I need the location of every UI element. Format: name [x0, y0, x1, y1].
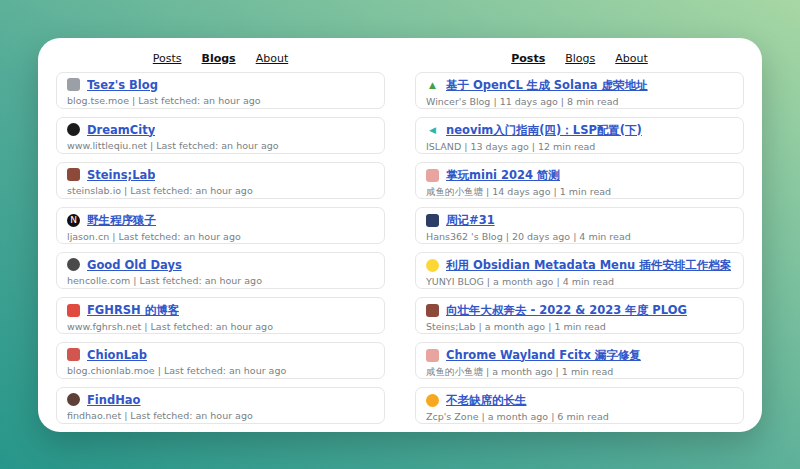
blog-card: FindHao findhao.net | Last fetched: an h…	[56, 387, 385, 424]
post-link[interactable]: Chrome Wayland Fcitx 漏字修复	[446, 348, 641, 363]
laptop-favicon-icon	[426, 214, 439, 227]
nav-about-link[interactable]: About	[256, 52, 289, 65]
triangle-favicon-icon: ▲	[426, 79, 439, 92]
post-link[interactable]: 掌玩mini 2024 简测	[446, 168, 560, 183]
blog-card: ChionLab blog.chionlab.moe | Last fetche…	[56, 342, 385, 379]
blog-card: Steins;Lab steinslab.io | Last fetched: …	[56, 162, 385, 199]
nav-posts-link[interactable]: Posts	[511, 52, 545, 65]
avatar-favicon-icon	[67, 348, 80, 361]
blog-meta: www.fghrsh.net | Last fetched: an hour a…	[67, 321, 374, 332]
main-card: Posts Blogs About Tsez's Blog blog.tse.m…	[38, 38, 762, 432]
blog-link[interactable]: Good Old Days	[87, 258, 182, 272]
post-card: ▲ 基于 OpenCL 生成 Solana 虚荣地址 Wincer's Blog…	[415, 72, 744, 109]
blog-card: FGHRSH 的博客 www.fghrsh.net | Last fetched…	[56, 297, 385, 334]
post-link[interactable]: 周记#31	[446, 213, 495, 228]
post-meta: 咸鱼的小鱼塘 | a month ago | 1 min read	[426, 366, 733, 379]
orange-ball-favicon-icon	[426, 394, 439, 407]
photo-favicon-icon	[426, 349, 439, 362]
post-card: ◀ neovim入门指南(四)：LSP配置(下) ISLAND | 13 day…	[415, 117, 744, 154]
post-meta: Hans362 's Blog | 20 days ago | 4 min re…	[426, 231, 733, 242]
site-favicon-icon	[67, 123, 80, 136]
post-card: Chrome Wayland Fcitx 漏字修复 咸鱼的小鱼塘 | a mon…	[415, 342, 744, 379]
posts-column: Posts Blogs About ▲ 基于 OpenCL 生成 Solana …	[415, 46, 744, 422]
blog-link[interactable]: FGHRSH 的博客	[87, 303, 179, 318]
site-favicon-icon: N	[67, 214, 80, 227]
blog-meta: blog.tse.moe | Last fetched: an hour ago	[67, 95, 374, 106]
blog-card: Good Old Days hencolle.com | Last fetche…	[56, 252, 385, 289]
blog-link[interactable]: ChionLab	[87, 348, 147, 362]
blog-meta: steinslab.io | Last fetched: an hour ago	[67, 185, 374, 196]
paper-plane-favicon-icon: ◀	[426, 124, 439, 137]
site-favicon-icon	[67, 168, 80, 181]
post-link[interactable]: 基于 OpenCL 生成 Solana 虚荣地址	[446, 78, 648, 93]
nav-blogs-link[interactable]: Blogs	[202, 52, 236, 65]
post-link[interactable]: 利用 Obsidian Metadata Menu 插件安排工作档案	[446, 258, 731, 273]
blog-link[interactable]: 野生程序猿子	[87, 213, 156, 228]
post-link[interactable]: 向壮年大叔奔去 - 2022 & 2023 年度 PLOG	[446, 303, 687, 318]
post-card: 不老缺席的长生 Zcp's Zone | a month ago | 6 min…	[415, 387, 744, 424]
shield-favicon-icon	[67, 304, 80, 317]
post-meta: ISLAND | 13 days ago | 12 min read	[426, 141, 733, 152]
yellow-ball-favicon-icon	[426, 259, 439, 272]
blog-card: N 野生程序猿子 ljason.cn | Last fetched: an ho…	[56, 207, 385, 244]
blog-link[interactable]: FindHao	[87, 393, 141, 407]
post-meta: 咸鱼的小鱼塘 | 14 days ago | 1 min read	[426, 186, 733, 199]
blog-meta: www.littleqiu.net | Last fetched: an hou…	[67, 140, 374, 151]
post-card: 利用 Obsidian Metadata Menu 插件安排工作档案 YUNYI…	[415, 252, 744, 289]
post-card: 掌玩mini 2024 简测 咸鱼的小鱼塘 | 14 days ago | 1 …	[415, 162, 744, 199]
post-link[interactable]: 不老缺席的长生	[446, 393, 527, 408]
nav-posts-link[interactable]: Posts	[153, 52, 182, 65]
post-meta: YUNYI BLOG | a month ago | 4 min read	[426, 276, 733, 287]
post-card: 向壮年大叔奔去 - 2022 & 2023 年度 PLOG Steins;Lab…	[415, 297, 744, 334]
blogs-nav: Posts Blogs About	[56, 46, 385, 72]
avatar-favicon-icon	[426, 304, 439, 317]
photo-favicon-icon	[426, 169, 439, 182]
posts-nav: Posts Blogs About	[415, 46, 744, 72]
globe-favicon-icon	[67, 258, 80, 271]
hat-favicon-icon	[67, 393, 80, 406]
blog-link[interactable]: Tsez's Blog	[87, 78, 158, 92]
blog-link[interactable]: DreamCity	[87, 123, 155, 137]
blog-link[interactable]: Steins;Lab	[87, 168, 155, 182]
nav-about-link[interactable]: About	[615, 52, 648, 65]
blog-meta: hencolle.com | Last fetched: an hour ago	[67, 275, 374, 286]
blog-card: Tsez's Blog blog.tse.moe | Last fetched:…	[56, 72, 385, 109]
post-meta: Steins;Lab | a month ago | 1 min read	[426, 321, 733, 332]
blog-meta: ljason.cn | Last fetched: an hour ago	[67, 231, 374, 242]
blog-card: DreamCity www.littleqiu.net | Last fetch…	[56, 117, 385, 154]
nav-blogs-link[interactable]: Blogs	[565, 52, 595, 65]
site-favicon-icon	[67, 78, 80, 91]
blog-meta: findhao.net | Last fetched: an hour ago	[67, 410, 374, 421]
blogs-column: Posts Blogs About Tsez's Blog blog.tse.m…	[56, 46, 385, 422]
blog-meta: blog.chionlab.moe | Last fetched: an hou…	[67, 365, 374, 376]
post-link[interactable]: neovim入门指南(四)：LSP配置(下)	[446, 123, 642, 138]
post-meta: Wincer's Blog | 11 days ago | 8 min read	[426, 96, 733, 107]
post-meta: Zcp's Zone | a month ago | 6 min read	[426, 411, 733, 422]
post-card: 周记#31 Hans362 's Blog | 20 days ago | 4 …	[415, 207, 744, 244]
